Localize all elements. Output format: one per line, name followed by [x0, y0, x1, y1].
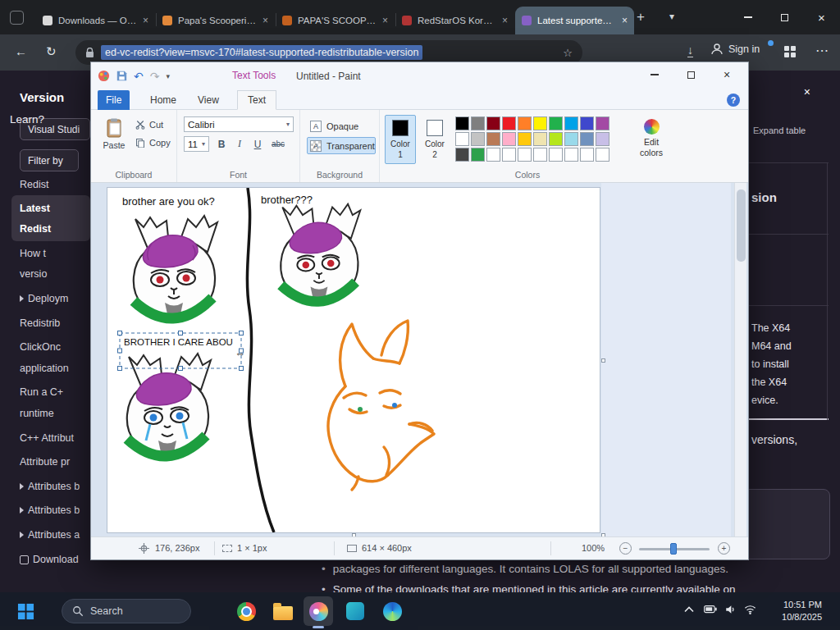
- palette-swatch[interactable]: [455, 132, 469, 146]
- font-size-combobox[interactable]: 11 ▾: [184, 136, 209, 152]
- tab-close-icon[interactable]: ×: [622, 15, 628, 26]
- taskbar-paint-icon-active[interactable]: [304, 596, 333, 626]
- zoom-slider[interactable]: [639, 548, 710, 550]
- start-button[interactable]: [13, 599, 38, 623]
- palette-swatch[interactable]: [502, 116, 516, 130]
- paint-close-button[interactable]: ×: [709, 62, 745, 87]
- strikeout-button[interactable]: abc: [267, 136, 289, 152]
- palette-swatch[interactable]: [471, 148, 485, 162]
- sidebar-item[interactable]: versio: [20, 266, 47, 282]
- palette-swatch[interactable]: [518, 132, 532, 146]
- sidebar-item[interactable]: Redist: [20, 176, 48, 193]
- palette-swatch[interactable]: [596, 132, 609, 146]
- settings-menu-icon[interactable]: ⋯: [815, 43, 829, 58]
- browser-tab[interactable]: PAPA'S SCOOPER… ×: [276, 7, 395, 34]
- palette-swatch[interactable]: [564, 132, 578, 146]
- new-tab-button[interactable]: +: [637, 9, 645, 25]
- system-tray[interactable]: [704, 604, 756, 615]
- tab-file[interactable]: File: [98, 90, 130, 110]
- tab-text-active[interactable]: Text: [237, 90, 276, 110]
- palette-swatch[interactable]: [502, 132, 516, 146]
- sidebar-item-selected[interactable]: Redist: [20, 221, 51, 237]
- palette-swatch[interactable]: [486, 132, 500, 146]
- palette-swatch[interactable]: [533, 132, 547, 146]
- back-icon[interactable]: ←: [15, 44, 27, 58]
- paint-canvas[interactable]: brother are you ok? brother??? BROTHER I…: [107, 188, 600, 532]
- downloads-icon[interactable]: ↓: [687, 43, 693, 57]
- filter-by-button[interactable]: Filter by: [20, 149, 79, 171]
- scrollbar-thumb[interactable]: [737, 189, 746, 262]
- canvas-resize-handle[interactable]: [601, 358, 605, 363]
- palette-swatch[interactable]: [502, 148, 516, 162]
- refresh-icon[interactable]: ↻: [46, 44, 57, 59]
- sidebar-item[interactable]: Attributes b: [20, 502, 80, 518]
- feedback-text-fragment[interactable]: Learn?: [10, 113, 44, 126]
- sidebar-item[interactable]: Run a C+: [20, 384, 63, 400]
- palette-swatch[interactable]: [455, 116, 469, 130]
- sidebar-item[interactable]: C++ Attribut: [20, 430, 74, 446]
- tab-close-icon[interactable]: ×: [143, 15, 148, 26]
- font-family-combobox[interactable]: Calibri ▾: [184, 116, 294, 132]
- browser-tab[interactable]: RedStarOS Korea… ×: [395, 7, 514, 34]
- palette-swatch[interactable]: [518, 116, 532, 130]
- sidebar-item[interactable]: Attributes a: [20, 527, 80, 543]
- palette-swatch[interactable]: [596, 148, 609, 162]
- taskbar-file-explorer-icon[interactable]: [268, 596, 298, 626]
- tab-close-icon[interactable]: ×: [502, 15, 508, 26]
- window-maximize-button[interactable]: [766, 0, 803, 34]
- taskbar-edge-icon[interactable]: [377, 596, 407, 626]
- sidebar-item[interactable]: Deploym: [20, 290, 68, 307]
- palette-swatch[interactable]: [455, 148, 469, 162]
- tray-overflow-chevron-icon[interactable]: [684, 606, 694, 613]
- group-label-clipboard[interactable]: Clipboard: [91, 170, 176, 180]
- palette-swatch[interactable]: [471, 116, 485, 130]
- tab-view[interactable]: View: [189, 90, 227, 110]
- palette-swatch[interactable]: [518, 148, 532, 162]
- transparent-button[interactable]: A Transparent: [307, 137, 376, 154]
- palette-swatch[interactable]: [564, 116, 578, 130]
- paint-minimize-button[interactable]: [637, 62, 673, 87]
- browser-tab[interactable]: Downloads — O… ×: [36, 7, 155, 34]
- tab-list-chevron-icon[interactable]: ▾: [669, 11, 674, 22]
- taskbar-clock[interactable]: 10:51 PM 10/8/2025: [782, 599, 822, 623]
- palette-swatch[interactable]: [580, 148, 594, 162]
- italic-button[interactable]: I: [231, 136, 248, 152]
- window-close-button[interactable]: ×: [803, 0, 840, 34]
- search-input[interactable]: Search: [62, 599, 191, 623]
- palette-swatch[interactable]: [533, 148, 547, 162]
- palette-swatch[interactable]: [533, 116, 547, 130]
- palette-swatch[interactable]: [596, 116, 609, 130]
- color2-button[interactable]: Color 2: [419, 115, 450, 164]
- help-icon[interactable]: ?: [727, 94, 740, 107]
- underline-button[interactable]: U: [249, 136, 266, 152]
- undo-icon[interactable]: ↶: [134, 71, 144, 82]
- sidebar-item[interactable]: Redistrib: [20, 315, 60, 331]
- paint-title-bar[interactable]: ↶ ↷ ▾ Text Tools Untitled - Paint ×: [91, 62, 748, 90]
- paint-canvas-drawing[interactable]: brother are you ok? brother??? BROTHER I…: [107, 188, 600, 532]
- color1-button[interactable]: Color 1: [385, 115, 416, 164]
- opaque-button[interactable]: A Opaque: [307, 117, 376, 135]
- browser-essentials-icon[interactable]: [784, 46, 796, 57]
- tab-close-icon[interactable]: ×: [262, 15, 268, 26]
- browser-tab[interactable]: Papa's Scooperi… ×: [156, 7, 275, 34]
- taskbar-dev-app-icon[interactable]: [340, 596, 370, 626]
- palette-swatch[interactable]: [471, 132, 485, 146]
- cut-button[interactable]: Cut: [135, 120, 163, 130]
- sidebar-item-selected[interactable]: Latest: [20, 200, 50, 217]
- close-icon[interactable]: ×: [804, 85, 810, 98]
- sidebar-item[interactable]: Attribute pr: [20, 454, 70, 470]
- taskbar-chrome-icon[interactable]: [231, 596, 261, 626]
- paste-button[interactable]: Paste: [98, 115, 130, 164]
- edit-colors-button[interactable]: Edit colors: [632, 115, 670, 164]
- expand-table-link[interactable]: Expand table: [753, 126, 806, 135]
- sidebar-item[interactable]: Attributes b: [20, 478, 80, 495]
- palette-swatch[interactable]: [486, 148, 500, 162]
- zoom-slider-thumb[interactable]: [670, 543, 677, 555]
- palette-swatch[interactable]: [549, 116, 563, 130]
- bold-button[interactable]: B: [213, 136, 230, 152]
- palette-swatch[interactable]: [580, 132, 594, 146]
- sidebar-item[interactable]: application: [20, 360, 69, 377]
- palette-swatch[interactable]: [564, 148, 578, 162]
- zoom-in-button[interactable]: +: [718, 542, 730, 555]
- browser-tab-active[interactable]: Latest supporte… ×: [515, 7, 634, 34]
